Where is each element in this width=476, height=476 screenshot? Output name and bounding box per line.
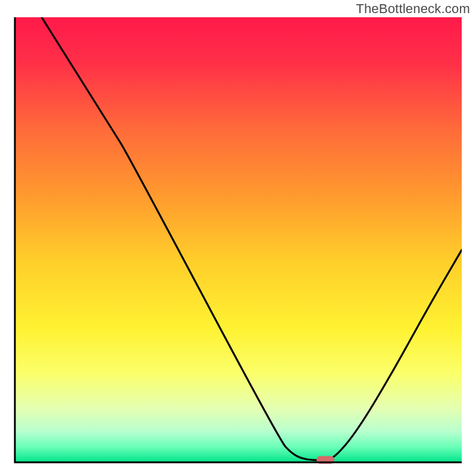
watermark-text: TheBottleneck.com (356, 1, 470, 17)
plot-background (15, 17, 462, 462)
bottleneck-chart: TheBottleneck.com (0, 0, 476, 476)
chart-svg (0, 0, 476, 476)
